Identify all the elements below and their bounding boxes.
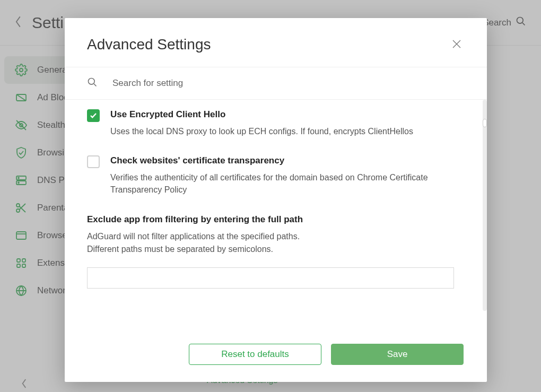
exclude-section-desc: AdGuard will not filter applications at … [87, 230, 464, 256]
advanced-settings-modal: Advanced Settings Use Encrypted Client H… [65, 18, 487, 382]
scrollbar-thumb[interactable] [483, 119, 487, 127]
check-icon [90, 112, 97, 119]
option-title: Check websites' certificate transparency [110, 155, 464, 166]
use-ech-checkbox[interactable] [87, 109, 100, 122]
close-button[interactable] [449, 36, 465, 54]
close-icon [452, 39, 461, 49]
reset-to-defaults-button[interactable]: Reset to defaults [189, 344, 321, 365]
exclude-section-title: Exclude app from filtering by entering t… [87, 214, 464, 225]
save-button[interactable]: Save [331, 344, 464, 365]
option-desc: Uses the local DNS proxy to look up ECH … [110, 125, 413, 137]
scrollbar-track[interactable] [483, 100, 487, 311]
svg-point-16 [89, 79, 95, 85]
modal-title: Advanced Settings [87, 36, 211, 53]
option-title: Use Encrypted Client Hello [110, 109, 413, 120]
cert-transparency-checkbox[interactable] [87, 155, 100, 168]
exclude-desc-line1: AdGuard will not filter applications at … [87, 232, 300, 241]
search-icon [87, 77, 98, 90]
settings-search-input[interactable] [112, 78, 465, 89]
option-desc: Verifies the authenticity of all certifi… [110, 171, 464, 196]
exclude-path-input[interactable] [87, 267, 454, 289]
exclude-desc-line2: Different paths must be separated by sem… [87, 245, 273, 254]
